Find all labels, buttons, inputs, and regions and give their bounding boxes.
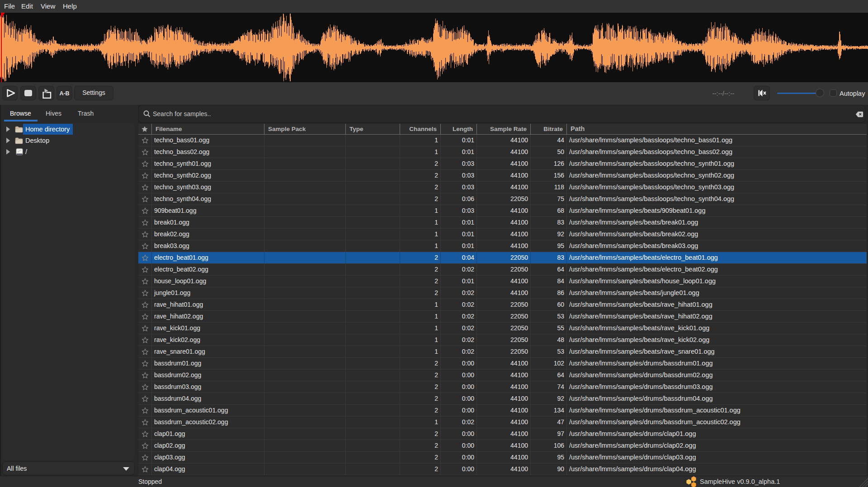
svg-text:A-B: A-B <box>59 90 69 97</box>
